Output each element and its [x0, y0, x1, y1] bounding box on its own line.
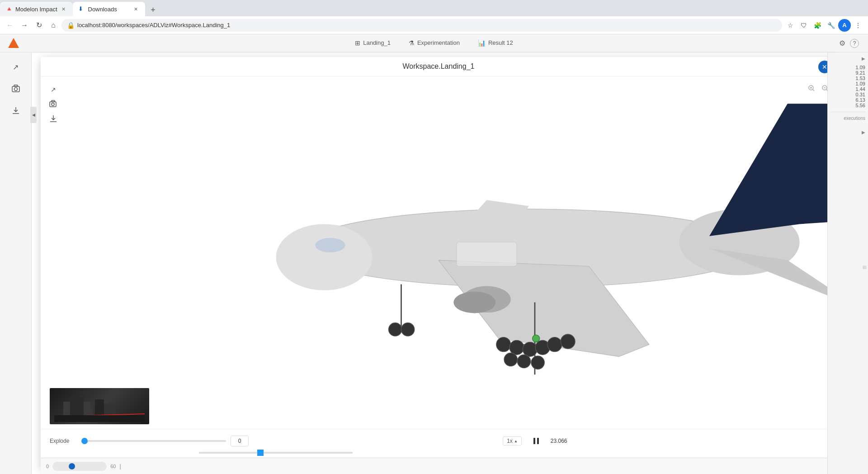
svg-point-21	[547, 337, 562, 352]
global-timeline-slider[interactable]	[52, 462, 107, 471]
browser-chrome: 🔺 Modelon Impact ✕ ⬇ Downloads ✕ + ← → ↻…	[0, 0, 868, 34]
value-item-6: 0.31	[830, 92, 865, 97]
modal-container: Workspace.Landing_1 ✕ ↗	[41, 57, 836, 469]
value-item-2: 9.21	[830, 70, 865, 76]
speed-control[interactable]: 1x ▲	[503, 436, 522, 446]
explode-slider-thumb[interactable]	[81, 438, 88, 444]
panel-drag-handle[interactable]: ≡	[860, 265, 868, 269]
viewport-download-button[interactable]	[48, 113, 59, 124]
result-tab-label: Result 12	[488, 39, 513, 46]
url-text: localhost:8080/workspaces/ADLViz#Workspa…	[77, 22, 230, 28]
value-item-5: 1.44	[830, 86, 865, 92]
tab-title-2: Downloads	[88, 6, 130, 13]
tab-close-1[interactable]: ✕	[60, 5, 67, 13]
viewport-camera-button[interactable]	[48, 99, 59, 109]
svg-rect-33	[70, 397, 84, 415]
tab-close-2[interactable]: ✕	[132, 5, 140, 13]
timeline-row	[50, 452, 827, 454]
result-icon: 📊	[478, 39, 486, 47]
svg-rect-35	[95, 399, 104, 415]
svg-point-22	[561, 334, 575, 349]
svg-rect-3	[14, 85, 18, 86]
landing-tab-label: Landing_1	[363, 39, 391, 46]
download-button[interactable]	[9, 103, 23, 118]
tab-downloads[interactable]: ⬇ Downloads ✕	[73, 2, 145, 16]
fullscreen-button[interactable]: ↗	[48, 84, 59, 95]
executions-label: executions	[830, 116, 865, 121]
explode-slider-track	[81, 440, 226, 442]
tab-modelon[interactable]: 🔺 Modelon Impact ✕	[0, 2, 73, 16]
svg-point-17	[496, 337, 511, 352]
svg-point-5	[52, 103, 54, 106]
toolbar-tab-landing[interactable]: ⊞ Landing_1	[346, 36, 400, 51]
url-bar[interactable]: 🔒 localhost:8080/workspaces/ADLViz#Works…	[61, 19, 782, 32]
right-collapse-button-2[interactable]: ▶	[862, 130, 865, 135]
time-display: 23.066	[551, 438, 578, 444]
global-timeline-thumb[interactable]	[69, 463, 75, 469]
explode-row: Explode 0 1x ▲	[50, 434, 827, 448]
workspace: Workspace.Landing_1 ✕ ↗	[32, 52, 868, 474]
sidebar-collapse-button[interactable]: ◀	[30, 107, 37, 123]
experimentation-icon: ⚗	[409, 39, 415, 47]
app-toolbar: ⊞ Landing_1 ⚗ Experimentation 📊 Result 1…	[0, 34, 868, 52]
forward-button[interactable]: →	[18, 19, 31, 32]
timeline-start: 0	[46, 464, 49, 469]
svg-point-25	[531, 356, 544, 369]
extension-button-2[interactable]: 🔧	[825, 19, 837, 32]
svg-point-13	[453, 292, 495, 313]
bookmark-button[interactable]: ☆	[784, 19, 797, 32]
app-logo	[7, 37, 20, 50]
settings-button[interactable]: ⚙	[839, 39, 845, 47]
timeline-end-marker[interactable]: |	[119, 463, 121, 469]
profile-button[interactable]: A	[838, 19, 851, 32]
playback-controls: 1x ▲ 23.066	[253, 434, 827, 448]
expand-button[interactable]: ↗	[9, 60, 23, 74]
svg-rect-4	[50, 102, 56, 107]
toolbar-tab-experimentation[interactable]: ⚗ Experimentation	[400, 36, 469, 51]
modal-header: Workspace.Landing_1 ✕	[41, 57, 836, 76]
aircraft-display	[41, 80, 836, 429]
modal-title: Workspace.Landing_1	[403, 62, 475, 71]
back-button[interactable]: ←	[4, 19, 16, 32]
nav-bar: ← → ↻ ⌂ 🔒 localhost:8080/workspaces/ADLV…	[0, 16, 868, 34]
right-collapse-button-1[interactable]: ▶	[862, 56, 865, 61]
toolbar-tab-result[interactable]: 📊 Result 12	[469, 36, 522, 51]
timeline-thumb[interactable]	[257, 450, 264, 456]
svg-rect-38	[533, 438, 535, 444]
svg-point-18	[509, 340, 524, 355]
svg-point-31	[315, 238, 345, 252]
shield-icon: 🛡	[797, 19, 810, 32]
explode-value[interactable]: 0	[231, 436, 249, 446]
experimentation-tab-label: Experimentation	[417, 39, 460, 46]
thumbnail-inner	[50, 388, 149, 424]
extension-button[interactable]: 🧩	[811, 19, 824, 32]
value-item-3: 1.53	[830, 76, 865, 81]
svg-rect-37	[54, 415, 145, 422]
svg-point-29	[401, 323, 414, 336]
value-item-4: 1.09	[830, 81, 865, 86]
more-options-button[interactable]: ⋮	[852, 19, 864, 32]
tab-favicon-2: ⬇	[78, 5, 85, 13]
global-timeline: 0 60 |	[41, 458, 836, 474]
help-button[interactable]: ?	[850, 39, 859, 48]
svg-point-28	[389, 323, 402, 336]
main-area: ↗ ◀ Workspace.Landing_1 ✕	[0, 52, 868, 474]
svg-point-23	[504, 353, 517, 366]
value-item-7: 6.13	[830, 97, 865, 103]
pause-button[interactable]	[529, 434, 543, 448]
svg-point-24	[517, 355, 530, 368]
home-button[interactable]: ⌂	[47, 19, 60, 32]
svg-point-26	[533, 335, 540, 342]
camera-button[interactable]	[9, 81, 23, 96]
svg-point-10	[276, 224, 373, 290]
timeline-end: 60	[110, 464, 116, 469]
svg-point-19	[523, 342, 537, 356]
scene-thumbnail	[50, 388, 149, 424]
right-panel-collapse-2: ▶	[830, 130, 865, 135]
tab-favicon-1: 🔺	[5, 5, 13, 13]
landing-icon: ⊞	[355, 39, 360, 47]
value-item-1: 1.09	[830, 65, 865, 70]
speed-arrow: ▲	[514, 439, 518, 443]
reload-button[interactable]: ↻	[33, 19, 45, 32]
new-tab-button[interactable]: +	[147, 4, 160, 16]
